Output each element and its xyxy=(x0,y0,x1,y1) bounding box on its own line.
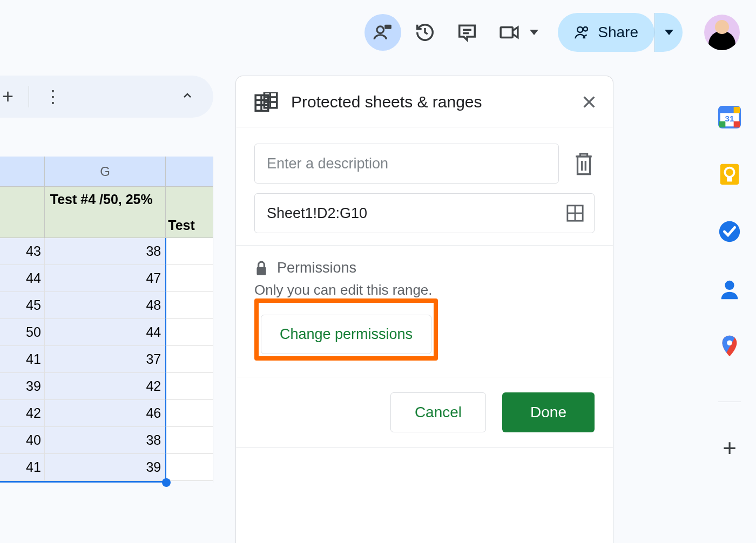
cell[interactable] xyxy=(165,454,213,481)
cell[interactable]: 41 xyxy=(0,346,44,373)
cell[interactable]: 43 xyxy=(0,238,44,265)
keep-app-icon[interactable] xyxy=(717,162,742,187)
cell[interactable]: 50 xyxy=(0,319,44,346)
svg-point-35 xyxy=(727,340,732,345)
header-cell-h[interactable]: Test xyxy=(165,187,213,238)
sheets-icon xyxy=(254,92,278,112)
caret-down-icon xyxy=(665,30,673,35)
formula-toolbar: + ⋮ xyxy=(0,76,213,118)
cell[interactable]: 39 xyxy=(0,373,44,400)
frozen-row: Test #4 /50, 25% Test xyxy=(0,187,213,238)
cell[interactable]: 42 xyxy=(44,373,165,400)
delete-icon[interactable] xyxy=(573,151,595,176)
selection-border xyxy=(0,481,166,483)
description-input[interactable] xyxy=(254,144,559,184)
cell[interactable] xyxy=(165,265,213,292)
permissions-subtext: Only you can edit this range. xyxy=(254,282,595,298)
cell[interactable]: 38 xyxy=(44,427,165,454)
share-label: Share xyxy=(598,24,638,41)
cell[interactable] xyxy=(165,319,213,346)
col-header-g[interactable]: G xyxy=(44,157,165,187)
range-value: Sheet1!D2:G10 xyxy=(267,205,367,222)
svg-rect-28 xyxy=(734,107,740,113)
cell[interactable]: 37 xyxy=(44,346,165,373)
svg-point-0 xyxy=(377,26,384,33)
tasks-app-icon[interactable] xyxy=(717,219,742,244)
svg-rect-17 xyxy=(578,157,590,174)
caret-down-icon xyxy=(530,30,538,35)
side-app-rail: 31 + xyxy=(703,76,756,543)
calendar-app-icon[interactable]: 31 xyxy=(717,105,742,130)
svg-text:31: 31 xyxy=(725,114,734,123)
cell[interactable]: 48 xyxy=(44,292,165,319)
col-header-f[interactable] xyxy=(0,157,44,187)
more-icon[interactable]: ⋮ xyxy=(44,86,60,107)
cell[interactable] xyxy=(165,292,213,319)
lock-icon xyxy=(254,260,268,276)
cell[interactable] xyxy=(165,400,213,427)
select-range-icon[interactable] xyxy=(566,204,584,222)
svg-point-5 xyxy=(578,27,583,32)
permissions-heading: Permissions xyxy=(254,260,595,276)
share-dropdown-button[interactable] xyxy=(654,13,683,52)
column-headers: G xyxy=(0,157,213,187)
cell[interactable] xyxy=(165,373,213,400)
insert-icon[interactable]: + xyxy=(2,85,14,108)
panel-title: Protected sheets & ranges xyxy=(291,93,568,111)
cell[interactable]: 40 xyxy=(0,427,44,454)
header-cell-g[interactable]: Test #4 /50, 25% xyxy=(44,187,165,238)
meet-dropdown[interactable] xyxy=(491,14,538,51)
change-permissions-button[interactable]: Change permissions xyxy=(261,315,431,354)
account-avatar[interactable] xyxy=(704,15,740,50)
video-icon xyxy=(491,14,528,51)
svg-point-6 xyxy=(584,27,588,31)
svg-rect-23 xyxy=(256,267,266,275)
divider xyxy=(29,86,29,107)
top-toolbar: Share xyxy=(0,0,756,65)
cell[interactable]: 41 xyxy=(0,454,44,481)
col-header-h[interactable] xyxy=(165,157,213,187)
rail-divider xyxy=(718,402,741,402)
cell[interactable]: 46 xyxy=(44,400,165,427)
share-button[interactable]: Share xyxy=(558,13,654,52)
cell[interactable] xyxy=(165,427,213,454)
collapse-toolbar-button[interactable] xyxy=(181,89,194,104)
svg-rect-1 xyxy=(384,25,392,29)
history-icon[interactable] xyxy=(407,14,443,51)
spreadsheet-grid[interactable]: G Test #4 /50, 25% Test 4338 4447 4548 5… xyxy=(0,157,213,483)
protected-ranges-panel: Protected sheets & ranges Sheet1!D2:G10 … xyxy=(235,76,613,543)
cell[interactable]: 45 xyxy=(0,292,44,319)
done-button[interactable]: Done xyxy=(502,392,595,432)
cell[interactable]: 42 xyxy=(0,400,44,427)
cell[interactable]: 47 xyxy=(44,265,165,292)
svg-rect-32 xyxy=(727,178,732,182)
range-input[interactable]: Sheet1!D2:G10 xyxy=(254,193,595,233)
cell[interactable]: 44 xyxy=(0,265,44,292)
svg-rect-4 xyxy=(501,28,512,38)
cell[interactable] xyxy=(165,346,213,373)
contacts-app-icon[interactable] xyxy=(717,276,742,301)
maps-app-icon[interactable] xyxy=(717,334,742,358)
cancel-button[interactable]: Cancel xyxy=(390,392,486,432)
comment-icon[interactable] xyxy=(449,14,485,51)
selection-handle[interactable] xyxy=(162,478,171,487)
activity-icon[interactable] xyxy=(364,14,401,51)
close-button[interactable] xyxy=(580,93,598,111)
svg-rect-26 xyxy=(734,121,740,128)
add-addon-button[interactable]: + xyxy=(723,435,737,461)
cell[interactable]: 38 xyxy=(44,238,165,265)
tutorial-highlight: Change permissions xyxy=(254,298,438,361)
cell[interactable]: 39 xyxy=(44,454,165,481)
cell[interactable] xyxy=(165,238,213,265)
svg-point-34 xyxy=(725,281,734,290)
cell[interactable]: 44 xyxy=(44,319,165,346)
